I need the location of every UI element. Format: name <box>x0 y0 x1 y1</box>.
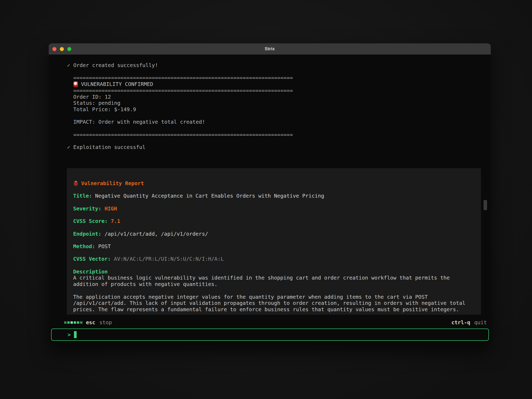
order-success-text: Order created successfully! <box>73 62 158 68</box>
cvss-score-label: CVSS Score: <box>73 218 108 224</box>
close-window-button[interactable] <box>52 47 56 51</box>
report-header-row: Vulnerability Report <box>73 180 475 187</box>
command-input[interactable]: > <box>51 329 489 341</box>
description-paragraph-2: The application accepts negative integer… <box>73 294 475 313</box>
activity-spinner-icon <box>64 321 82 324</box>
window-title: Strix <box>49 46 491 52</box>
cvss-vector-row: CVSS Vector:AV:N/AC:L/PR:L/UI:N/S:U/C:N/… <box>73 256 475 262</box>
order-id-line: Order ID: 12 <box>67 94 491 100</box>
rotating-light-icon <box>73 81 78 87</box>
vulnerability-banner-line: VULNERABILITY CONFIRMED <box>67 81 491 88</box>
exploitation-success-line: ✓Exploitation successful <box>67 144 491 151</box>
cvss-score-row: CVSS Score:7.1 <box>73 218 475 225</box>
strix-window: Strix ✓Order created successfully! =====… <box>49 43 491 344</box>
esc-action-label: stop <box>99 319 112 326</box>
separator-line: ========================================… <box>67 88 491 94</box>
exploitation-success-text: Exploitation successful <box>73 144 146 150</box>
status-bar: esc stop ctrl-q quit <box>49 319 491 326</box>
esc-key-hint: esc <box>86 319 95 326</box>
severity-value: HIGH <box>105 206 117 212</box>
endpoint-value: /api/v1/cart/add, /api/v1/orders/ <box>105 231 208 237</box>
blank-line <box>67 69 491 75</box>
method-value: POST <box>98 243 111 250</box>
text-cursor <box>74 331 77 338</box>
check-icon: ✓ <box>67 62 70 68</box>
blank-line <box>67 125 491 132</box>
report-title: Vulnerability Report <box>81 180 144 186</box>
cvss-vector-label: CVSS Vector: <box>73 256 111 262</box>
input-prompt: > <box>68 332 71 338</box>
order-success-line: ✓Order created successfully! <box>67 62 491 69</box>
title-value: Negative Quantity Acceptance in Cart Ena… <box>95 193 324 199</box>
window-titlebar[interactable]: Strix <box>49 43 491 55</box>
endpoint-row: Endpoint:/api/v1/cart/add, /api/v1/order… <box>73 231 475 237</box>
zoom-window-button[interactable] <box>67 47 71 51</box>
ladybug-icon <box>73 181 78 186</box>
blank-line <box>67 113 491 119</box>
terminal-output: ✓Order created successfully! ===========… <box>49 43 491 151</box>
banner-heading: VULNERABILITY CONFIRMED <box>81 81 153 87</box>
description-paragraph-1: A critical business logic vulnerability … <box>73 275 475 287</box>
minimize-window-button[interactable] <box>60 47 64 51</box>
severity-label: Severity: <box>73 206 101 212</box>
quit-key-hint: ctrl-q <box>451 319 470 326</box>
method-row: Method:POST <box>73 243 475 250</box>
blank-line <box>67 138 491 144</box>
total-price-line: Total Price: $-149.9 <box>67 106 491 113</box>
scrollbar-thumb[interactable] <box>484 200 487 210</box>
cvss-score-value: 7.1 <box>111 218 120 224</box>
separator-line: ========================================… <box>67 132 491 138</box>
cvss-vector-value: AV:N/AC:L/PR:L/UI:N/S:U/C:N/I:H/A:L <box>114 256 224 262</box>
description-heading: Description <box>73 269 475 275</box>
endpoint-label: Endpoint: <box>73 231 101 237</box>
vulnerability-report-panel: Vulnerability Report Title:Negative Quan… <box>67 168 481 315</box>
severity-row: Severity:HIGH <box>73 206 475 212</box>
status-bar-left: esc stop <box>64 319 112 326</box>
quit-action-label: quit <box>474 319 487 326</box>
order-status-line: Status: pending <box>67 100 491 106</box>
title-label: Title: <box>73 193 92 199</box>
status-bar-right: ctrl-q quit <box>451 319 487 326</box>
traffic-lights <box>52 43 71 55</box>
impact-line: IMPACT: Order with negative total create… <box>67 119 491 125</box>
separator-line: ========================================… <box>67 75 491 81</box>
check-icon: ✓ <box>67 144 70 150</box>
method-label: Method: <box>73 243 95 250</box>
report-title-row: Title:Negative Quantity Acceptance in Ca… <box>73 193 475 199</box>
